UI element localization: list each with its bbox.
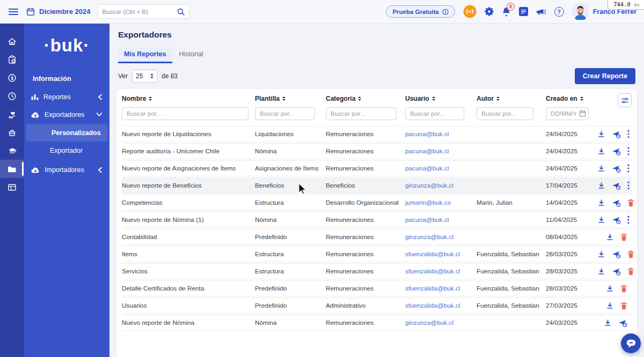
help-icon[interactable]: ? [554, 7, 564, 17]
schedule-send-icon[interactable] [612, 267, 621, 276]
trash-icon[interactable] [620, 285, 627, 293]
table-row[interactable]: Nuevo reporte de Nómina Nómina Remunerac… [122, 315, 632, 331]
tab-historial[interactable]: Historial [173, 48, 209, 63]
report-user-email-link[interactable]: sfuenzalida@buk.cl [405, 250, 477, 258]
kebab-menu-icon[interactable] [627, 181, 630, 190]
report-user-email-link[interactable]: ginzunza@buk.cl [405, 319, 477, 326]
download-icon[interactable] [597, 267, 605, 276]
schedule-send-icon[interactable] [612, 130, 621, 138]
download-icon[interactable] [606, 302, 614, 310]
kebab-menu-icon[interactable] [627, 147, 630, 155]
table-row[interactable]: Nuevo reporte de Nómina (1) Nómina Remun… [122, 212, 632, 228]
report-user-email-link[interactable]: sfuenzalida@buk.cl [405, 285, 477, 292]
column-header-autor[interactable]: Autor [477, 95, 546, 102]
download-icon[interactable] [597, 199, 605, 207]
trash-icon[interactable] [627, 250, 634, 258]
sidebar-item-reportes[interactable]: Reportes [24, 88, 109, 106]
table-row[interactable]: Competencias Estructura Desarrollo Organ… [122, 195, 632, 211]
kebab-menu-icon[interactable] [627, 130, 630, 138]
rail-home-icon[interactable] [0, 32, 24, 50]
download-icon[interactable] [597, 147, 605, 155]
intercom-icon[interactable] [463, 5, 477, 18]
download-icon[interactable] [597, 182, 605, 190]
table-row[interactable]: Detalle Certificados de Renta Predefinid… [122, 280, 632, 296]
report-user-email-link[interactable]: pacuna@buk.cl [405, 130, 477, 138]
column-settings-button[interactable] [618, 93, 632, 107]
download-icon[interactable] [597, 165, 605, 173]
search-input[interactable] [102, 9, 174, 15]
page-size-select[interactable]: 25 [132, 70, 157, 83]
rail-documents-folder-icon[interactable] [0, 160, 24, 178]
schedule-send-icon[interactable] [618, 319, 627, 327]
filter-plantilla-input[interactable] [255, 107, 315, 120]
report-user-email-link[interactable]: ginzunza@buk.cl [405, 182, 477, 189]
filter-nombre-input[interactable] [122, 107, 248, 120]
rail-time-clock-icon[interactable] [0, 87, 24, 105]
trash-icon[interactable] [620, 302, 627, 310]
report-user-email-link[interactable]: pacuna@buk.cl [405, 165, 477, 172]
filter-usuario-input[interactable] [405, 107, 464, 120]
schedule-send-icon[interactable] [612, 182, 621, 190]
sidebar-item-exportadores[interactable]: Exportadores [24, 106, 109, 123]
notifications-bell-icon[interactable]: 3 [502, 7, 511, 17]
hamburger-menu-icon[interactable] [8, 7, 19, 17]
download-icon[interactable] [604, 319, 612, 327]
report-user-email-link[interactable]: sfuenzalida@buk.cl [405, 302, 477, 309]
report-user-email-link[interactable]: jumarin@buk.co [405, 199, 477, 206]
rail-training-graduation-icon[interactable] [0, 142, 24, 160]
trash-icon[interactable] [627, 267, 634, 276]
kebab-menu-icon[interactable] [627, 164, 630, 173]
search-icon[interactable] [177, 8, 185, 16]
report-user-email-link[interactable]: pacuna@buk.cl [405, 216, 477, 224]
chat-fab-button[interactable] [621, 333, 641, 353]
table-row[interactable]: Reporte auditoría - Unicomer Chile Nómin… [122, 143, 632, 159]
rail-payments-coin-icon[interactable]: $ [0, 69, 24, 87]
download-icon[interactable] [597, 250, 605, 258]
schedule-send-icon[interactable] [612, 147, 621, 155]
table-row[interactable]: Usuarios Predefinido Administrativo sfue… [122, 298, 632, 314]
kebab-menu-icon[interactable] [627, 215, 630, 224]
rail-culture-heart-icon[interactable] [0, 105, 24, 123]
column-header-nombre[interactable]: Nombre [122, 95, 255, 102]
column-header-usuario[interactable]: Usuario [405, 95, 477, 102]
tab-mis-reportes[interactable]: Mis Reportes [118, 48, 172, 63]
table-row[interactable]: Nuevo reporte de Liquidaciones Liquidaci… [122, 126, 632, 142]
table-row[interactable]: Servicios Estructura Remuneraciones sfue… [122, 263, 632, 279]
report-user-email-link[interactable]: pacuna@buk.cl [405, 147, 477, 155]
filter-autor-input[interactable] [477, 107, 533, 120]
schedule-send-icon[interactable] [612, 216, 621, 224]
report-user-email-link[interactable]: ginzunza@buk.cl [405, 233, 477, 241]
schedule-send-icon[interactable] [612, 199, 621, 207]
rail-clipboard-icon[interactable] [0, 50, 24, 69]
schedule-send-icon[interactable] [612, 165, 621, 173]
download-icon[interactable] [606, 285, 614, 293]
schedule-send-icon[interactable] [612, 250, 621, 258]
create-report-button[interactable]: Crear Reporte [575, 68, 635, 84]
download-icon[interactable] [606, 233, 614, 241]
announcements-megaphone-icon[interactable] [536, 8, 546, 16]
report-user-email-link[interactable]: sfuenzalida@buk.cl [405, 267, 477, 275]
filter-categoria-input[interactable] [326, 107, 397, 120]
period-selector[interactable]: Diciembre 2024 [26, 8, 90, 16]
rail-kanban-board-icon[interactable] [0, 178, 24, 196]
table-row[interactable]: Contabilidad Predefinido Remuneraciones … [122, 229, 632, 245]
rail-benefits-basket-icon[interactable] [0, 123, 24, 142]
table-row[interactable]: Nuevo reporte de Asignaciones de Ítems A… [122, 160, 632, 176]
table-row[interactable]: Items Estructura Remuneraciones sfuenzal… [122, 246, 632, 262]
column-header-plantilla[interactable]: Plantilla [255, 95, 326, 102]
sidebar-item-exportador[interactable]: Exportador [24, 142, 109, 159]
documentation-icon[interactable] [519, 7, 528, 16]
column-header-categoria[interactable]: Categoría [326, 95, 405, 102]
column-header-creado-en[interactable]: Creado en [546, 95, 597, 102]
table-row[interactable]: Nuevo reporte de Beneficios Beneficios B… [122, 177, 632, 194]
trash-icon[interactable] [620, 233, 627, 241]
global-search[interactable] [97, 4, 189, 19]
download-icon[interactable] [597, 216, 605, 224]
trial-button[interactable]: Prueba Gratuita [386, 5, 455, 18]
settings-gear-icon[interactable] [485, 7, 494, 16]
profiler-badge[interactable]: 744.0 ms [608, 0, 644, 10]
sidebar-item-importadores[interactable]: Importadores [24, 161, 109, 178]
trash-icon[interactable] [627, 199, 634, 207]
sidebar-item-personalizados[interactable]: Personalizados [26, 124, 108, 142]
download-icon[interactable] [597, 130, 605, 138]
